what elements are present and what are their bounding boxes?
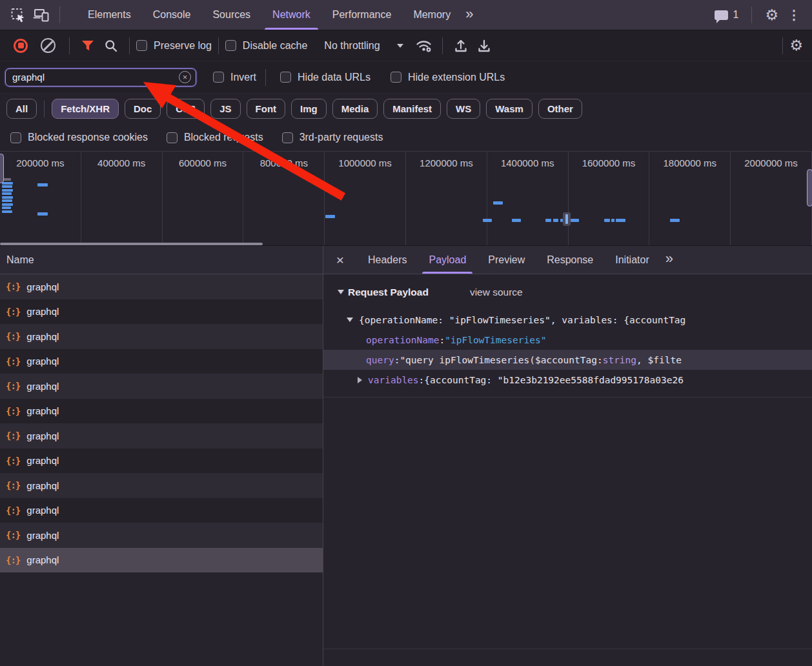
chip-manifest[interactable]: Manifest	[383, 99, 441, 119]
chip-css[interactable]: CSS	[167, 99, 205, 119]
request-row[interactable]: {:}graphql	[0, 374, 323, 399]
payload-value-segment: {accountTag: "b12e3b2192ee5588fdad995178…	[424, 375, 684, 385]
details-bottom-divider	[323, 649, 812, 649]
chip-js[interactable]: JS	[210, 99, 240, 119]
triangle-down-icon	[338, 290, 344, 294]
network-settings-gear-icon[interactable]: ⚙	[789, 38, 803, 53]
divider	[782, 37, 783, 54]
chip-other[interactable]: Other	[538, 99, 582, 119]
throttling-select[interactable]: No throttling	[324, 40, 403, 52]
request-row[interactable]: {:}graphql	[0, 449, 323, 474]
details-tabs: HeadersPayloadPreviewResponseInitiator	[357, 246, 660, 274]
chip-wasm[interactable]: Wasm	[486, 99, 533, 119]
request-row[interactable]: {:}graphql	[0, 299, 323, 325]
details-tab-bar: × HeadersPayloadPreviewResponseInitiator…	[323, 246, 812, 274]
request-row[interactable]: {:}graphql	[0, 349, 323, 374]
request-row[interactable]: {:}graphql	[0, 423, 323, 449]
details-tab-response[interactable]: Response	[536, 246, 604, 274]
invert-checkbox[interactable]	[213, 72, 224, 83]
chip-media[interactable]: Media	[332, 99, 378, 119]
timeline-label: 400000 ms	[81, 152, 163, 245]
filter-input[interactable]: graphql ×	[5, 68, 196, 86]
chip-img[interactable]: Img	[291, 99, 327, 119]
disable-cache-label: Disable cache	[243, 40, 308, 52]
request-bar	[670, 219, 680, 222]
device-toolbar-icon[interactable]	[30, 3, 53, 26]
preserve-log-checkbox[interactable]	[136, 40, 147, 51]
details-more-tabs-icon[interactable]: »	[665, 250, 673, 267]
triangle-right-icon[interactable]	[358, 377, 362, 383]
hide-extension-urls-checkbox[interactable]	[391, 72, 401, 83]
payload-preview-row[interactable]: {operationName: "ipFlowTimeseries", vari…	[323, 310, 812, 330]
overview-left-handle[interactable]	[0, 154, 4, 183]
details-tab-headers[interactable]: Headers	[357, 246, 418, 274]
request-row[interactable]: {:}graphql	[0, 324, 323, 349]
request-bar	[604, 219, 610, 222]
payload-row-query[interactable]: query: "query ipFlowTimeseries($accountT…	[323, 350, 812, 370]
requests-table-header[interactable]: Name	[0, 246, 323, 274]
request-row[interactable]: {:}graphql	[0, 473, 323, 498]
network-overview-timeline[interactable]: 200000 ms400000 ms600000 ms800000 ms1000…	[0, 151, 812, 246]
request-name: graphql	[26, 455, 59, 466]
inspect-element-icon[interactable]	[6, 3, 30, 26]
network-conditions-icon[interactable]	[412, 34, 436, 57]
blocked-requests-checkbox[interactable]	[167, 132, 178, 143]
payload-row-operationname[interactable]: operationName: "ipFlowTimeseries"	[323, 330, 812, 350]
details-tab-payload[interactable]: Payload	[418, 246, 477, 274]
json-braces-icon: {:}	[6, 356, 20, 367]
tab-sources[interactable]: Sources	[201, 0, 261, 30]
tab-memory[interactable]: Memory	[402, 0, 462, 30]
view-source-link[interactable]: view source	[470, 287, 523, 298]
payload-key: variables	[368, 375, 419, 385]
json-braces-icon: {:}	[6, 430, 20, 441]
hide-data-urls-checkbox[interactable]	[280, 72, 291, 83]
request-row[interactable]: {:}graphql	[0, 399, 323, 424]
payload-row-variables[interactable]: variables: {accountTag: "b12e3b2192ee558…	[323, 370, 812, 390]
network-filter-bar: graphql × Invert Hide data URLs Hide ext…	[0, 61, 812, 94]
request-bar	[2, 210, 12, 213]
name-column-header: Name	[6, 254, 34, 266]
request-row[interactable]: {:}graphql	[0, 523, 323, 548]
clear-filter-icon[interactable]: ×	[179, 71, 191, 83]
request-bar	[2, 199, 12, 202]
tab-network[interactable]: Network	[261, 0, 321, 30]
triangle-down-icon[interactable]	[347, 318, 353, 322]
request-row[interactable]: {:}graphql	[0, 548, 323, 573]
request-name: graphql	[26, 381, 59, 392]
more-tabs-icon[interactable]: »	[462, 6, 477, 23]
chip-fetch-xhr[interactable]: Fetch/XHR	[52, 99, 119, 119]
details-tab-initiator[interactable]: Initiator	[604, 246, 660, 274]
chip-doc[interactable]: Doc	[125, 99, 161, 119]
request-row[interactable]: {:}graphql	[0, 498, 323, 523]
record-stop-icon[interactable]	[14, 39, 28, 53]
tab-elements[interactable]: Elements	[77, 0, 142, 30]
tab-console[interactable]: Console	[142, 0, 202, 30]
request-payload-section[interactable]: Request Payload view source	[323, 283, 812, 301]
chevron-down-icon	[397, 44, 403, 48]
settings-gear-icon[interactable]: ⚙	[765, 8, 778, 23]
request-name: graphql	[26, 530, 59, 541]
search-icon[interactable]	[99, 34, 123, 57]
import-har-icon[interactable]	[449, 34, 472, 57]
blocked-response-cookies-checkbox[interactable]	[10, 132, 21, 143]
overview-right-handle[interactable]	[807, 169, 812, 207]
json-braces-icon: {:}	[6, 281, 20, 292]
third-party-requests-checkbox[interactable]	[282, 132, 293, 143]
chip-ws[interactable]: WS	[447, 99, 480, 119]
json-braces-icon: {:}	[6, 307, 20, 317]
disable-cache-checkbox[interactable]	[225, 40, 236, 51]
details-tab-preview[interactable]: Preview	[477, 246, 536, 274]
close-details-icon[interactable]: ×	[323, 253, 357, 267]
preserve-log-control: Preserve log	[136, 40, 212, 52]
clear-network-log-icon[interactable]	[41, 38, 56, 53]
filter-funnel-icon[interactable]	[76, 34, 99, 57]
timeline-scrollbar-thumb[interactable]	[0, 243, 263, 245]
kebab-menu-icon[interactable]: ⋮	[785, 7, 803, 23]
export-har-icon[interactable]	[472, 34, 496, 57]
chip-font[interactable]: Font	[247, 99, 285, 119]
request-row[interactable]: {:}graphql	[0, 274, 323, 299]
tab-performance[interactable]: Performance	[321, 0, 403, 30]
issues-counter[interactable]: 1	[715, 9, 738, 21]
divider	[69, 37, 70, 54]
chip-all[interactable]: All	[6, 99, 37, 119]
